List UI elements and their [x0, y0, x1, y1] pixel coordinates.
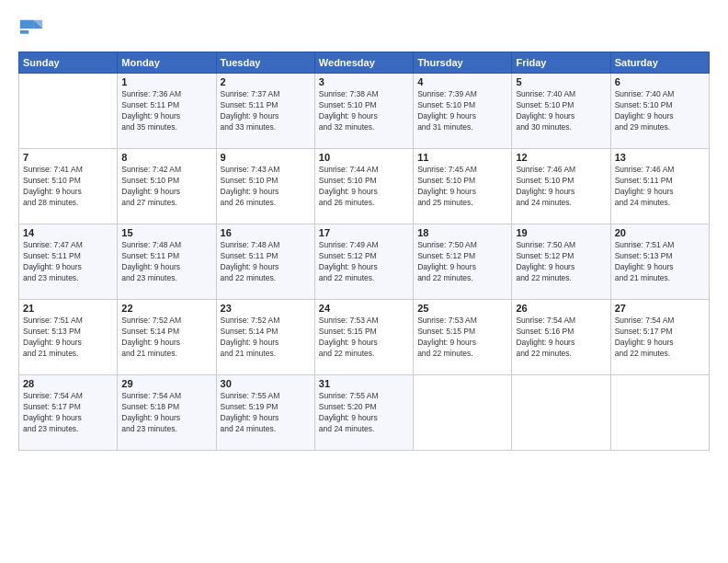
calendar-cell: 1Sunrise: 7:36 AM Sunset: 5:11 PM Daylig…: [118, 74, 216, 149]
day-number: 3: [319, 76, 409, 87]
day-info: Sunrise: 7:50 AM Sunset: 5:12 PM Dayligh…: [516, 240, 606, 284]
day-info: Sunrise: 7:52 AM Sunset: 5:14 PM Dayligh…: [221, 316, 311, 360]
day-number: 1: [121, 76, 211, 87]
day-info: Sunrise: 7:46 AM Sunset: 5:10 PM Dayligh…: [516, 165, 606, 209]
page: SundayMondayTuesdayWednesdayThursdayFrid…: [0, 0, 728, 563]
day-number: 30: [221, 378, 311, 389]
day-number: 5: [516, 76, 606, 87]
calendar-cell: 2Sunrise: 7:37 AM Sunset: 5:11 PM Daylig…: [216, 74, 314, 149]
day-number: 14: [23, 227, 113, 238]
day-info: Sunrise: 7:37 AM Sunset: 5:11 PM Dayligh…: [221, 89, 311, 133]
calendar-cell: 4Sunrise: 7:39 AM Sunset: 5:10 PM Daylig…: [414, 74, 512, 149]
day-info: Sunrise: 7:51 AM Sunset: 5:13 PM Dayligh…: [23, 316, 113, 360]
calendar-week-3: 21Sunrise: 7:51 AM Sunset: 5:13 PM Dayli…: [19, 300, 710, 375]
day-info: Sunrise: 7:54 AM Sunset: 5:16 PM Dayligh…: [516, 316, 606, 360]
day-info: Sunrise: 7:36 AM Sunset: 5:11 PM Dayligh…: [121, 89, 211, 133]
weekday-header-friday: Friday: [512, 52, 610, 74]
logo-icon: [18, 17, 44, 42]
weekday-header-tuesday: Tuesday: [216, 52, 314, 74]
calendar-cell: 29Sunrise: 7:54 AM Sunset: 5:18 PM Dayli…: [118, 375, 216, 451]
calendar-cell: [414, 375, 512, 451]
weekday-header-thursday: Thursday: [414, 52, 512, 74]
calendar-cell: [19, 74, 118, 149]
calendar-cell: 19Sunrise: 7:50 AM Sunset: 5:12 PM Dayli…: [512, 224, 610, 300]
day-info: Sunrise: 7:42 AM Sunset: 5:10 PM Dayligh…: [121, 165, 211, 209]
day-info: Sunrise: 7:54 AM Sunset: 5:17 PM Dayligh…: [615, 316, 705, 360]
day-info: Sunrise: 7:54 AM Sunset: 5:18 PM Dayligh…: [121, 391, 211, 435]
day-info: Sunrise: 7:45 AM Sunset: 5:10 PM Dayligh…: [417, 165, 507, 209]
day-info: Sunrise: 7:40 AM Sunset: 5:10 PM Dayligh…: [615, 89, 705, 133]
day-info: Sunrise: 7:44 AM Sunset: 5:10 PM Dayligh…: [319, 165, 409, 209]
day-number: 4: [417, 76, 507, 87]
day-number: 17: [319, 227, 409, 238]
calendar-cell: 10Sunrise: 7:44 AM Sunset: 5:10 PM Dayli…: [314, 149, 413, 224]
calendar-cell: 28Sunrise: 7:54 AM Sunset: 5:17 PM Dayli…: [19, 375, 118, 451]
day-number: 13: [615, 152, 705, 163]
svg-rect-3: [20, 30, 28, 34]
calendar-cell: 16Sunrise: 7:48 AM Sunset: 5:11 PM Dayli…: [216, 224, 314, 300]
day-number: 2: [221, 76, 311, 87]
calendar-cell: 31Sunrise: 7:55 AM Sunset: 5:20 PM Dayli…: [314, 375, 413, 451]
calendar-header: SundayMondayTuesdayWednesdayThursdayFrid…: [19, 52, 710, 74]
day-number: 23: [221, 303, 311, 314]
calendar-cell: 5Sunrise: 7:40 AM Sunset: 5:10 PM Daylig…: [512, 74, 610, 149]
day-info: Sunrise: 7:50 AM Sunset: 5:12 PM Dayligh…: [417, 240, 507, 284]
day-number: 24: [319, 303, 409, 314]
day-number: 6: [615, 76, 705, 87]
calendar-cell: 7Sunrise: 7:41 AM Sunset: 5:10 PM Daylig…: [19, 149, 118, 224]
day-info: Sunrise: 7:52 AM Sunset: 5:14 PM Dayligh…: [121, 316, 211, 360]
calendar-cell: [512, 375, 610, 451]
calendar-cell: 12Sunrise: 7:46 AM Sunset: 5:10 PM Dayli…: [512, 149, 610, 224]
calendar-cell: 25Sunrise: 7:53 AM Sunset: 5:15 PM Dayli…: [414, 300, 512, 375]
calendar-cell: 15Sunrise: 7:48 AM Sunset: 5:11 PM Dayli…: [118, 224, 216, 300]
day-number: 12: [516, 152, 606, 163]
day-number: 18: [417, 227, 507, 238]
calendar-cell: 3Sunrise: 7:38 AM Sunset: 5:10 PM Daylig…: [314, 74, 413, 149]
day-info: Sunrise: 7:40 AM Sunset: 5:10 PM Dayligh…: [516, 89, 606, 133]
day-info: Sunrise: 7:53 AM Sunset: 5:15 PM Dayligh…: [319, 316, 409, 360]
day-number: 29: [121, 378, 211, 389]
day-info: Sunrise: 7:46 AM Sunset: 5:11 PM Dayligh…: [615, 165, 705, 209]
calendar-cell: 13Sunrise: 7:46 AM Sunset: 5:11 PM Dayli…: [610, 149, 709, 224]
day-number: 9: [221, 152, 311, 163]
calendar-cell: 17Sunrise: 7:49 AM Sunset: 5:12 PM Dayli…: [314, 224, 413, 300]
calendar-cell: 27Sunrise: 7:54 AM Sunset: 5:17 PM Dayli…: [610, 300, 709, 375]
day-number: 22: [121, 303, 211, 314]
day-number: 21: [23, 303, 113, 314]
day-info: Sunrise: 7:48 AM Sunset: 5:11 PM Dayligh…: [121, 240, 211, 284]
day-number: 31: [319, 378, 409, 389]
day-info: Sunrise: 7:38 AM Sunset: 5:10 PM Dayligh…: [319, 89, 409, 133]
day-info: Sunrise: 7:47 AM Sunset: 5:11 PM Dayligh…: [23, 240, 113, 284]
calendar-cell: 24Sunrise: 7:53 AM Sunset: 5:15 PM Dayli…: [314, 300, 413, 375]
calendar-cell: 30Sunrise: 7:55 AM Sunset: 5:19 PM Dayli…: [216, 375, 314, 451]
day-info: Sunrise: 7:55 AM Sunset: 5:19 PM Dayligh…: [221, 391, 311, 435]
calendar-cell: 9Sunrise: 7:43 AM Sunset: 5:10 PM Daylig…: [216, 149, 314, 224]
weekday-header-sunday: Sunday: [19, 52, 118, 74]
calendar-cell: [610, 375, 709, 451]
day-number: 28: [23, 378, 113, 389]
calendar-cell: 26Sunrise: 7:54 AM Sunset: 5:16 PM Dayli…: [512, 300, 610, 375]
calendar-cell: 22Sunrise: 7:52 AM Sunset: 5:14 PM Dayli…: [118, 300, 216, 375]
day-info: Sunrise: 7:43 AM Sunset: 5:10 PM Dayligh…: [221, 165, 311, 209]
calendar-week-0: 1Sunrise: 7:36 AM Sunset: 5:11 PM Daylig…: [19, 74, 710, 149]
calendar-cell: 23Sunrise: 7:52 AM Sunset: 5:14 PM Dayli…: [216, 300, 314, 375]
calendar-week-1: 7Sunrise: 7:41 AM Sunset: 5:10 PM Daylig…: [19, 149, 710, 224]
calendar-cell: 8Sunrise: 7:42 AM Sunset: 5:10 PM Daylig…: [118, 149, 216, 224]
day-info: Sunrise: 7:53 AM Sunset: 5:15 PM Dayligh…: [417, 316, 507, 360]
day-info: Sunrise: 7:51 AM Sunset: 5:13 PM Dayligh…: [615, 240, 705, 284]
day-info: Sunrise: 7:39 AM Sunset: 5:10 PM Dayligh…: [417, 89, 507, 133]
day-number: 8: [121, 152, 211, 163]
calendar-week-2: 14Sunrise: 7:47 AM Sunset: 5:11 PM Dayli…: [19, 224, 710, 300]
day-number: 27: [615, 303, 705, 314]
day-info: Sunrise: 7:55 AM Sunset: 5:20 PM Dayligh…: [319, 391, 409, 435]
calendar-week-4: 28Sunrise: 7:54 AM Sunset: 5:17 PM Dayli…: [19, 375, 710, 451]
day-number: 20: [615, 227, 705, 238]
day-number: 16: [221, 227, 311, 238]
day-number: 10: [319, 152, 409, 163]
weekday-header-saturday: Saturday: [610, 52, 709, 74]
calendar-cell: 21Sunrise: 7:51 AM Sunset: 5:13 PM Dayli…: [19, 300, 118, 375]
day-info: Sunrise: 7:48 AM Sunset: 5:11 PM Dayligh…: [221, 240, 311, 284]
svg-rect-2: [20, 20, 34, 29]
day-number: 26: [516, 303, 606, 314]
weekday-header-wednesday: Wednesday: [314, 52, 413, 74]
